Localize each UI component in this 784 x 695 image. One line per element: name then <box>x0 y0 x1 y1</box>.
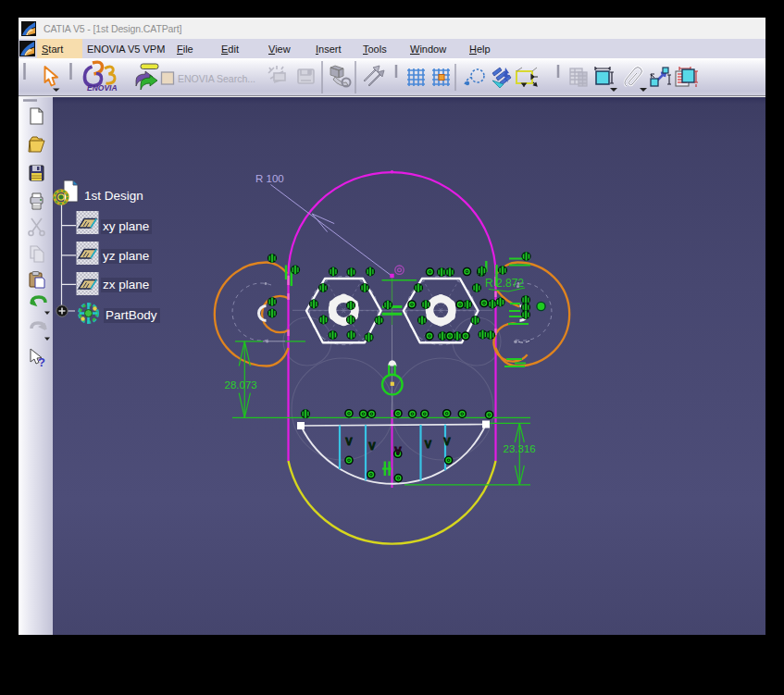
svg-text:ENOVIA: ENOVIA <box>87 83 118 93</box>
svg-text:V: V <box>394 445 402 456</box>
svg-text:R 100: R 100 <box>255 173 284 184</box>
svg-text:V: V <box>345 436 353 447</box>
svg-text:V: V <box>425 439 432 450</box>
svg-text:23.316: 23.316 <box>504 443 536 454</box>
svg-text:V: V <box>443 436 451 447</box>
svg-text:ENOVIA Search...: ENOVIA Search... <box>178 73 255 84</box>
svg-text:?: ? <box>38 355 45 369</box>
svg-text:28.073: 28.073 <box>225 379 257 391</box>
svg-text:V: V <box>368 441 376 452</box>
